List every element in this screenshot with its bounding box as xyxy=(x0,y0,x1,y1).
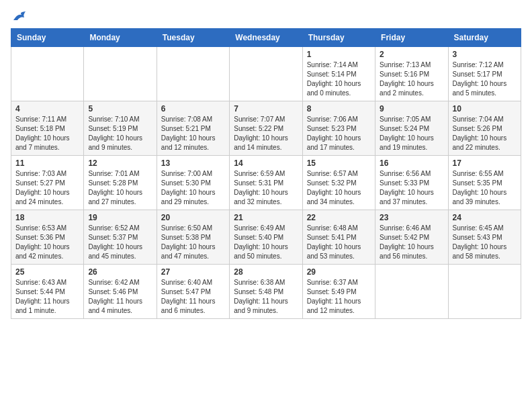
day-info: Sunrise: 7:10 AM Sunset: 5:19 PM Dayligh… xyxy=(88,115,152,152)
day-info: Sunrise: 6:50 AM Sunset: 5:38 PM Dayligh… xyxy=(161,224,225,261)
weekday-header: Tuesday xyxy=(157,29,229,47)
logo-bird-icon xyxy=(12,11,27,23)
day-number: 20 xyxy=(161,213,225,222)
calendar-cell: 5Sunrise: 7:10 AM Sunset: 5:19 PM Daylig… xyxy=(84,101,157,156)
calendar-cell: 28Sunrise: 6:38 AM Sunset: 5:48 PM Dayli… xyxy=(230,265,302,319)
calendar-header-row: SundayMondayTuesdayWednesdayThursdayFrid… xyxy=(11,29,521,47)
day-info: Sunrise: 6:52 AM Sunset: 5:37 PM Dayligh… xyxy=(88,224,152,261)
day-number: 22 xyxy=(307,213,371,222)
calendar-cell: 27Sunrise: 6:40 AM Sunset: 5:47 PM Dayli… xyxy=(157,265,229,319)
calendar-cell: 29Sunrise: 6:37 AM Sunset: 5:49 PM Dayli… xyxy=(302,265,375,319)
day-number: 11 xyxy=(15,158,79,168)
day-info: Sunrise: 7:05 AM Sunset: 5:24 PM Dayligh… xyxy=(380,115,443,152)
calendar-cell: 10Sunrise: 7:04 AM Sunset: 5:26 PM Dayli… xyxy=(448,101,521,156)
day-number: 18 xyxy=(15,213,79,222)
day-info: Sunrise: 6:42 AM Sunset: 5:46 PM Dayligh… xyxy=(88,278,152,316)
day-info: Sunrise: 7:03 AM Sunset: 5:27 PM Dayligh… xyxy=(15,169,79,207)
calendar-week-row: 18Sunrise: 6:53 AM Sunset: 5:36 PM Dayli… xyxy=(11,210,521,265)
day-number: 25 xyxy=(15,267,79,277)
calendar-cell: 12Sunrise: 7:01 AM Sunset: 5:28 PM Dayli… xyxy=(84,156,157,210)
day-number: 12 xyxy=(88,158,152,168)
day-info: Sunrise: 7:07 AM Sunset: 5:22 PM Dayligh… xyxy=(234,115,298,152)
calendar-cell: 17Sunrise: 6:55 AM Sunset: 5:35 PM Dayli… xyxy=(448,156,521,210)
calendar-cell: 3Sunrise: 7:12 AM Sunset: 5:17 PM Daylig… xyxy=(448,47,521,101)
calendar-cell: 19Sunrise: 6:52 AM Sunset: 5:37 PM Dayli… xyxy=(84,210,157,265)
day-info: Sunrise: 7:12 AM Sunset: 5:17 PM Dayligh… xyxy=(453,60,517,98)
day-number: 28 xyxy=(234,267,298,277)
calendar-cell: 8Sunrise: 7:06 AM Sunset: 5:23 PM Daylig… xyxy=(302,101,375,156)
calendar-cell: 11Sunrise: 7:03 AM Sunset: 5:27 PM Dayli… xyxy=(11,156,84,210)
calendar-cell: 4Sunrise: 7:11 AM Sunset: 5:18 PM Daylig… xyxy=(11,101,84,156)
calendar-cell: 21Sunrise: 6:49 AM Sunset: 5:40 PM Dayli… xyxy=(230,210,302,265)
day-number: 27 xyxy=(161,267,225,277)
weekday-header: Thursday xyxy=(302,29,375,47)
calendar-cell: 14Sunrise: 6:59 AM Sunset: 5:31 PM Dayli… xyxy=(230,156,302,210)
day-number: 3 xyxy=(453,50,517,59)
calendar-cell xyxy=(375,265,448,319)
day-info: Sunrise: 6:40 AM Sunset: 5:47 PM Dayligh… xyxy=(161,278,225,316)
calendar-cell: 25Sunrise: 6:43 AM Sunset: 5:44 PM Dayli… xyxy=(11,265,84,319)
calendar-cell: 9Sunrise: 7:05 AM Sunset: 5:24 PM Daylig… xyxy=(375,101,448,156)
calendar-week-row: 4Sunrise: 7:11 AM Sunset: 5:18 PM Daylig… xyxy=(11,101,521,156)
day-number: 17 xyxy=(453,158,517,168)
calendar-cell: 22Sunrise: 6:48 AM Sunset: 5:41 PM Dayli… xyxy=(302,210,375,265)
day-number: 26 xyxy=(88,267,152,277)
calendar-week-row: 1Sunrise: 7:14 AM Sunset: 5:14 PM Daylig… xyxy=(11,47,521,101)
calendar-cell: 15Sunrise: 6:57 AM Sunset: 5:32 PM Dayli… xyxy=(302,156,375,210)
day-number: 9 xyxy=(380,104,443,113)
weekday-header: Friday xyxy=(375,29,448,47)
day-info: Sunrise: 6:48 AM Sunset: 5:41 PM Dayligh… xyxy=(307,224,371,261)
day-number: 4 xyxy=(15,104,79,113)
day-number: 16 xyxy=(380,158,443,168)
weekday-header: Monday xyxy=(84,29,157,47)
calendar-cell xyxy=(11,47,84,101)
day-number: 24 xyxy=(453,213,517,222)
calendar-cell: 7Sunrise: 7:07 AM Sunset: 5:22 PM Daylig… xyxy=(230,101,302,156)
calendar-week-row: 25Sunrise: 6:43 AM Sunset: 5:44 PM Dayli… xyxy=(11,265,521,319)
day-info: Sunrise: 7:06 AM Sunset: 5:23 PM Dayligh… xyxy=(307,115,371,152)
day-number: 5 xyxy=(88,104,152,113)
day-number: 1 xyxy=(307,50,371,59)
day-number: 7 xyxy=(234,104,298,113)
calendar-cell: 2Sunrise: 7:13 AM Sunset: 5:16 PM Daylig… xyxy=(375,47,448,101)
calendar-cell: 16Sunrise: 6:56 AM Sunset: 5:33 PM Dayli… xyxy=(375,156,448,210)
day-number: 10 xyxy=(453,104,517,113)
day-info: Sunrise: 7:13 AM Sunset: 5:16 PM Dayligh… xyxy=(380,60,443,98)
day-number: 13 xyxy=(161,158,225,168)
logo xyxy=(11,11,28,20)
day-info: Sunrise: 6:38 AM Sunset: 5:48 PM Dayligh… xyxy=(234,278,298,316)
calendar-week-row: 11Sunrise: 7:03 AM Sunset: 5:27 PM Dayli… xyxy=(11,156,521,210)
day-number: 23 xyxy=(380,213,443,222)
day-info: Sunrise: 6:37 AM Sunset: 5:49 PM Dayligh… xyxy=(307,278,371,316)
calendar-cell: 20Sunrise: 6:50 AM Sunset: 5:38 PM Dayli… xyxy=(157,210,229,265)
day-number: 15 xyxy=(307,158,371,168)
calendar-cell xyxy=(84,47,157,101)
calendar-cell: 18Sunrise: 6:53 AM Sunset: 5:36 PM Dayli… xyxy=(11,210,84,265)
weekday-header: Wednesday xyxy=(230,29,302,47)
day-info: Sunrise: 6:55 AM Sunset: 5:35 PM Dayligh… xyxy=(453,169,517,207)
day-number: 8 xyxy=(307,104,371,113)
day-info: Sunrise: 6:46 AM Sunset: 5:42 PM Dayligh… xyxy=(380,224,443,261)
day-info: Sunrise: 7:01 AM Sunset: 5:28 PM Dayligh… xyxy=(88,169,152,207)
day-info: Sunrise: 6:57 AM Sunset: 5:32 PM Dayligh… xyxy=(307,169,371,207)
day-info: Sunrise: 7:08 AM Sunset: 5:21 PM Dayligh… xyxy=(161,115,225,152)
day-info: Sunrise: 6:59 AM Sunset: 5:31 PM Dayligh… xyxy=(234,169,298,207)
calendar-cell: 23Sunrise: 6:46 AM Sunset: 5:42 PM Dayli… xyxy=(375,210,448,265)
day-info: Sunrise: 7:14 AM Sunset: 5:14 PM Dayligh… xyxy=(307,60,371,98)
day-info: Sunrise: 7:04 AM Sunset: 5:26 PM Dayligh… xyxy=(453,115,517,152)
calendar-table: SundayMondayTuesdayWednesdayThursdayFrid… xyxy=(11,28,521,319)
day-info: Sunrise: 7:11 AM Sunset: 5:18 PM Dayligh… xyxy=(15,115,79,152)
day-info: Sunrise: 7:00 AM Sunset: 5:30 PM Dayligh… xyxy=(161,169,225,207)
calendar-cell: 24Sunrise: 6:45 AM Sunset: 5:43 PM Dayli… xyxy=(448,210,521,265)
day-info: Sunrise: 6:53 AM Sunset: 5:36 PM Dayligh… xyxy=(15,224,79,261)
day-number: 21 xyxy=(234,213,298,222)
day-number: 29 xyxy=(307,267,371,277)
calendar-cell: 1Sunrise: 7:14 AM Sunset: 5:14 PM Daylig… xyxy=(302,47,375,101)
day-number: 2 xyxy=(380,50,443,59)
calendar-cell xyxy=(157,47,229,101)
calendar-cell: 26Sunrise: 6:42 AM Sunset: 5:46 PM Dayli… xyxy=(84,265,157,319)
calendar-cell: 13Sunrise: 7:00 AM Sunset: 5:30 PM Dayli… xyxy=(157,156,229,210)
weekday-header: Sunday xyxy=(11,29,84,47)
page-header xyxy=(11,11,521,20)
weekday-header: Saturday xyxy=(448,29,521,47)
